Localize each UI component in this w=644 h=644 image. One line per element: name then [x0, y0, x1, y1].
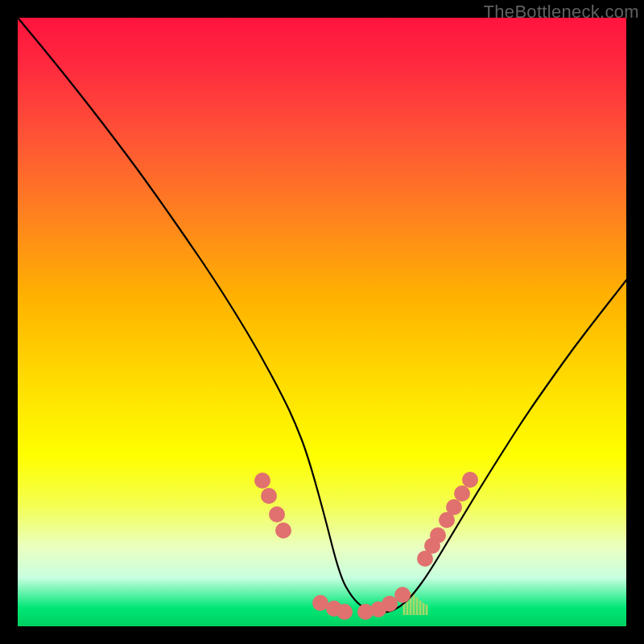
marker-point — [254, 473, 270, 489]
marker-point — [275, 522, 291, 539]
tiny-bar — [413, 594, 415, 615]
chart-container: TheBottleneck.com — [0, 0, 644, 644]
marker-point — [446, 499, 462, 515]
marker-point — [394, 587, 411, 603]
tiny-bar — [416, 597, 419, 615]
bottleneck-curve — [18, 18, 626, 613]
tiny-bar — [419, 601, 422, 615]
marker-point — [261, 488, 277, 504]
tiny-bar — [426, 605, 428, 615]
marker-point — [462, 472, 478, 488]
chart-svg — [18, 18, 626, 626]
tiny-bar — [423, 603, 425, 615]
marker-point — [454, 485, 470, 502]
marker-point — [430, 527, 446, 543]
watermark-text: TheBottleneck.com — [484, 2, 639, 23]
plot-area — [18, 18, 626, 626]
marker-point — [269, 506, 285, 522]
marker-point — [336, 604, 353, 620]
